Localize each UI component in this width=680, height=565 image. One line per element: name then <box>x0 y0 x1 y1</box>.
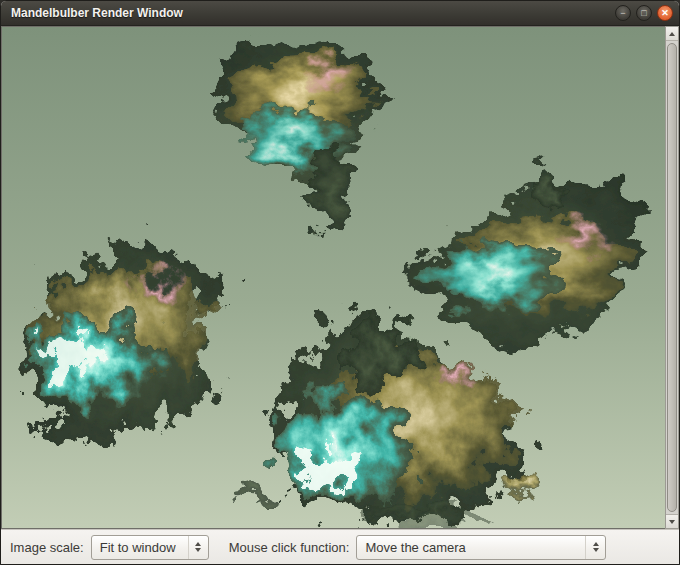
scrollbar-thumb[interactable] <box>667 43 677 512</box>
minimize-button[interactable]: − <box>615 5 631 21</box>
titlebar[interactable]: Mandelbulber Render Window − □ ✕ <box>1 1 679 26</box>
mouse-click-function-label: Mouse click function: <box>229 540 350 555</box>
minimize-icon: − <box>620 8 625 17</box>
bottom-control-bar: Image scale: Fit to window Mouse click f… <box>1 529 679 564</box>
combo-up-arrow-icon <box>195 542 201 546</box>
combo-arrows-icon <box>585 536 605 559</box>
image-scale-label: Image scale: <box>10 540 84 555</box>
maximize-button[interactable]: □ <box>636 5 652 21</box>
scroll-down-arrow-icon <box>669 520 675 524</box>
combo-arrows-icon <box>188 536 208 559</box>
fractal-render-image[interactable] <box>2 27 665 528</box>
maximize-icon: □ <box>641 8 646 17</box>
close-icon: ✕ <box>661 8 669 17</box>
mandelbulber-render-window: Mandelbulber Render Window − □ ✕ <box>0 0 680 565</box>
combo-down-arrow-icon <box>593 548 599 552</box>
combo-down-arrow-icon <box>195 548 201 552</box>
mouse-click-function-value: Move the camera <box>357 540 465 555</box>
render-content <box>1 26 679 529</box>
close-button[interactable]: ✕ <box>657 5 673 21</box>
image-scale-dropdown[interactable]: Fit to window <box>91 535 209 560</box>
scroll-up-arrow-icon <box>669 32 675 36</box>
render-viewport[interactable] <box>1 26 665 529</box>
window-title: Mandelbulber Render Window <box>11 6 615 20</box>
image-scale-value: Fit to window <box>92 540 176 555</box>
scroll-down-button[interactable] <box>666 514 678 528</box>
scrollbar-track[interactable] <box>666 41 678 514</box>
scroll-up-button[interactable] <box>666 27 678 41</box>
window-controls: − □ ✕ <box>615 5 673 21</box>
mouse-click-function-dropdown[interactable]: Move the camera <box>356 535 606 560</box>
combo-up-arrow-icon <box>593 542 599 546</box>
vertical-scrollbar[interactable] <box>665 26 679 529</box>
